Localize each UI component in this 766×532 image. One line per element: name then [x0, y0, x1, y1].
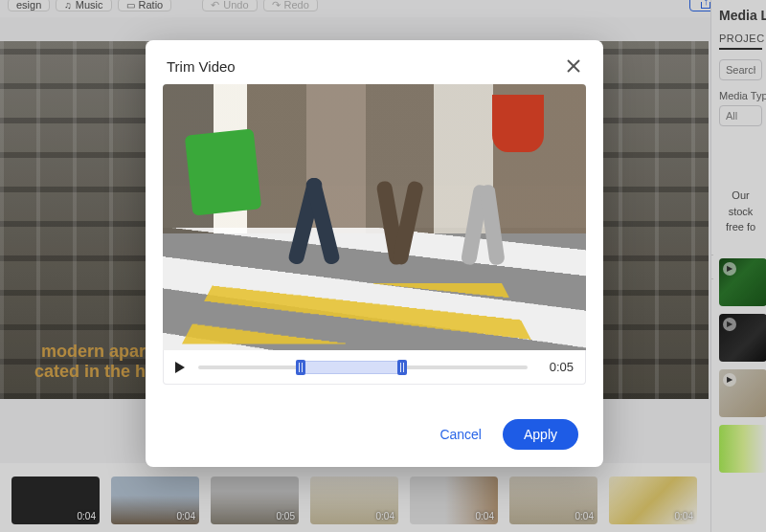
clip-duration: 0:04: [575, 511, 594, 521]
trim-handle-end[interactable]: [397, 360, 407, 375]
clip-duration: 0:05: [277, 511, 295, 521]
timeline-clip[interactable]: 0:04: [410, 477, 498, 524]
play-icon: ▶: [723, 373, 736, 387]
trim-track[interactable]: [198, 366, 528, 369]
playback-time: 0:05: [541, 360, 574, 374]
ratio-label: Ratio: [139, 0, 164, 11]
sidebar-title: Media L: [719, 8, 762, 23]
redo-button[interactable]: Redo: [263, 0, 318, 11]
media-thumb[interactable]: ▶: [719, 258, 766, 306]
search-input[interactable]: [719, 59, 762, 80]
ratio-icon: [126, 0, 135, 12]
close-icon: [567, 59, 580, 73]
redo-label: Redo: [284, 0, 309, 11]
trim-handle-start[interactable]: [296, 360, 305, 375]
timeline-clip[interactable]: 0:04: [609, 477, 697, 524]
redo-icon: [272, 0, 281, 11]
timeline-clip[interactable]: 0:05: [211, 477, 299, 524]
play-icon: ▶: [723, 318, 736, 331]
clip-duration: 0:04: [376, 511, 394, 521]
trim-selection[interactable]: [301, 361, 403, 374]
video-preview[interactable]: [163, 84, 586, 350]
media-sidebar: Media L PROJEC Media Type Our stock free…: [710, 0, 766, 532]
close-button[interactable]: [565, 57, 582, 75]
top-toolbar: esign Music Ratio Undo Redo Export: [0, 0, 766, 17]
timeline-clip[interactable]: 0:04: [111, 477, 199, 524]
cancel-button[interactable]: Cancel: [439, 427, 482, 442]
clip-duration: 0:04: [177, 511, 195, 521]
media-thumb[interactable]: [719, 425, 766, 473]
apply-button[interactable]: Apply: [503, 419, 578, 450]
timeline-clip[interactable]: 0:04: [310, 477, 398, 524]
clip-duration: 0:04: [476, 511, 494, 521]
media-type-select[interactable]: [719, 105, 762, 126]
sidebar-promo: Our stock free fo: [719, 136, 762, 255]
undo-icon: [211, 0, 219, 11]
media-type-label: Media Type: [719, 90, 762, 101]
ratio-button[interactable]: Ratio: [118, 0, 172, 11]
sidebar-expand-button[interactable]: ›: [710, 255, 713, 279]
undo-button[interactable]: Undo: [202, 0, 257, 11]
media-thumb[interactable]: ▶: [719, 369, 766, 417]
timeline-clip[interactable]: 0:04: [509, 477, 597, 524]
playback-controls: 0:05: [163, 350, 586, 385]
modal-title: Trim Video: [167, 58, 236, 75]
music-label: Music: [76, 0, 103, 11]
play-icon: ▶: [723, 262, 736, 276]
trim-video-modal: Trim Video 0:05 Cancel Apply: [146, 40, 603, 467]
play-button[interactable]: [175, 362, 185, 373]
timeline-clip[interactable]: 0:04: [11, 477, 100, 524]
design-label: esign: [16, 0, 41, 11]
sidebar-tab-project[interactable]: PROJEC: [719, 33, 762, 50]
clip-duration: 0:04: [78, 511, 96, 521]
clip-duration: 0:04: [675, 511, 693, 521]
canvas-caption: modern apar cated in the h: [0, 332, 153, 391]
media-thumb[interactable]: ▶: [719, 314, 766, 362]
music-button[interactable]: Music: [56, 0, 111, 11]
design-button[interactable]: esign: [8, 0, 50, 11]
music-icon: [64, 0, 72, 12]
undo-label: Undo: [223, 0, 248, 11]
timeline[interactable]: 0:04 0:04 0:05 0:04 0:04 0:04 0:04: [0, 463, 710, 532]
